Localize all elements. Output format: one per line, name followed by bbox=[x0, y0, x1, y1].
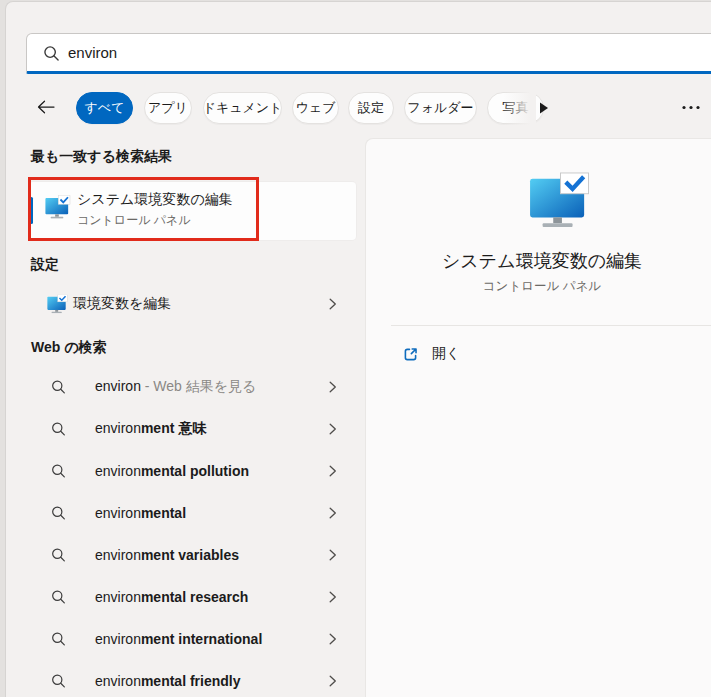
scroll-right-icon[interactable] bbox=[539, 102, 549, 114]
chevron-right-icon bbox=[329, 465, 337, 477]
open-action-label: 開く bbox=[432, 345, 460, 363]
search-flyout-window: すべて アプリ ドキュメント ウェブ 設定 フォルダー 写真 最も一致する検索結… bbox=[5, 1, 711, 697]
web-suggestion[interactable]: environment 意味 bbox=[29, 408, 356, 450]
search-icon bbox=[51, 674, 66, 689]
suggestion-text: environmental friendly bbox=[95, 673, 241, 689]
section-web-search: Web の検索 bbox=[31, 339, 107, 357]
search-box[interactable] bbox=[26, 33, 711, 74]
tab-apps[interactable]: アプリ bbox=[144, 92, 192, 124]
chevron-right-icon bbox=[329, 675, 337, 687]
chevron-right-icon bbox=[329, 381, 337, 393]
tab-settings[interactable]: 設定 bbox=[348, 92, 394, 124]
suggestion-text: environmental pollution bbox=[95, 463, 249, 479]
suggestion-text: environmental research bbox=[95, 589, 248, 605]
best-match-title: システム環境変数の編集 bbox=[77, 191, 233, 209]
web-suggestion[interactable]: environment variables bbox=[29, 534, 356, 576]
web-suggestion[interactable]: environmental research bbox=[29, 576, 356, 618]
tab-photos[interactable]: 写真 bbox=[487, 92, 544, 124]
search-icon bbox=[51, 590, 66, 605]
divider bbox=[391, 325, 711, 326]
suggestion-text: environmental bbox=[95, 505, 186, 521]
suggestion-text: environ - Web 結果を見る bbox=[95, 378, 256, 396]
tab-all[interactable]: すべて bbox=[76, 92, 133, 124]
suggestion-text: environment variables bbox=[95, 547, 239, 563]
web-suggestion[interactable]: environmental pollution bbox=[29, 450, 356, 492]
search-input[interactable] bbox=[68, 34, 668, 70]
preview-subtitle: コントロール パネル bbox=[366, 278, 711, 295]
settings-result-label: 環境変数を編集 bbox=[73, 295, 171, 313]
preview-panel: システム環境変数の編集 コントロール パネル 開く bbox=[365, 138, 711, 697]
chevron-right-icon bbox=[329, 591, 337, 603]
search-icon bbox=[51, 422, 66, 437]
search-icon bbox=[51, 548, 66, 563]
chevron-right-icon bbox=[329, 549, 337, 561]
settings-result-edit-env-vars[interactable]: 環境変数を編集 bbox=[29, 283, 356, 325]
system-properties-icon-large bbox=[529, 172, 591, 228]
tab-documents[interactable]: ドキュメント bbox=[203, 92, 282, 124]
web-suggestion[interactable]: environ - Web 結果を見る bbox=[29, 366, 356, 408]
suggestion-text: environment international bbox=[95, 631, 262, 647]
tab-folders[interactable]: フォルダー bbox=[404, 92, 477, 124]
filter-tab-bar: すべて アプリ ドキュメント ウェブ 設定 フォルダー 写真 bbox=[6, 89, 711, 127]
system-properties-icon bbox=[47, 295, 68, 314]
open-action[interactable]: 開く bbox=[391, 339, 711, 369]
chevron-right-icon bbox=[329, 507, 337, 519]
chevron-right-icon bbox=[329, 633, 337, 645]
open-external-icon bbox=[402, 346, 419, 363]
section-best-match: 最も一致する検索結果 bbox=[31, 148, 172, 166]
back-arrow-icon[interactable] bbox=[37, 100, 55, 114]
tab-web[interactable]: ウェブ bbox=[292, 92, 339, 124]
best-match-subtitle: コントロール パネル bbox=[77, 212, 191, 229]
best-match-result[interactable]: システム環境変数の編集 コントロール パネル bbox=[29, 182, 356, 240]
search-icon bbox=[51, 506, 66, 521]
chevron-right-icon bbox=[329, 423, 337, 435]
more-options-icon[interactable] bbox=[682, 105, 700, 110]
web-suggestion[interactable]: environmental friendly bbox=[29, 660, 356, 697]
system-properties-icon bbox=[45, 195, 71, 219]
selection-indicator bbox=[30, 197, 33, 224]
chevron-right-icon bbox=[329, 298, 337, 310]
search-icon bbox=[51, 380, 66, 395]
preview-title: システム環境変数の編集 bbox=[366, 249, 711, 273]
suggestion-text: environment 意味 bbox=[95, 420, 206, 438]
web-suggestion[interactable]: environment international bbox=[29, 618, 356, 660]
search-icon bbox=[51, 464, 66, 479]
search-icon bbox=[51, 632, 66, 647]
section-settings: 設定 bbox=[31, 256, 59, 274]
web-suggestion[interactable]: environmental bbox=[29, 492, 356, 534]
search-icon bbox=[43, 45, 60, 62]
